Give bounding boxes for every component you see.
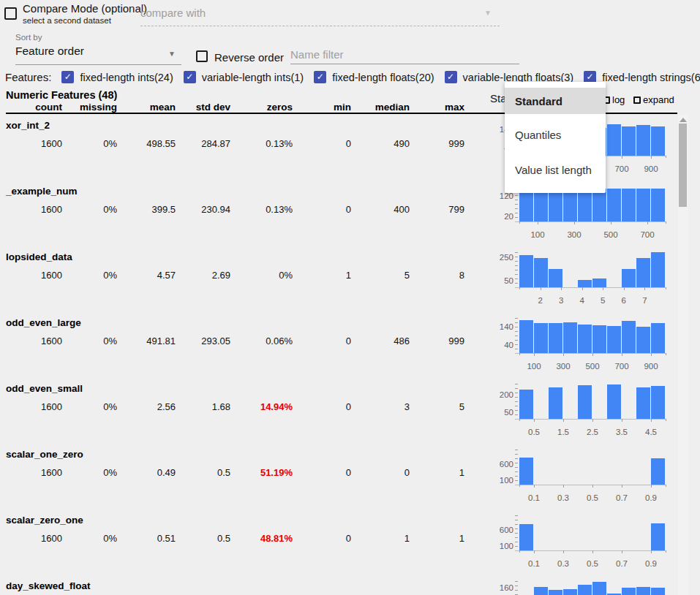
name-filter-input[interactable] [290,47,519,64]
y-axis-label: 200 [483,390,513,399]
x-axis-tick [538,221,538,224]
histogram-bar [651,458,665,485]
histogram-bar [578,189,592,221]
x-axis-edge-tick [666,287,666,289]
histogram-bar [622,321,636,353]
histogram-bar [519,189,533,221]
x-axis-tick [622,550,622,553]
menu-item-quantiles[interactable]: Quantiles [505,117,606,152]
x-axis-tick [592,353,593,356]
histogram-bar [519,390,533,419]
x-axis-label: 1.5 [549,428,578,436]
x-axis-tick [534,485,535,488]
histogram-bar [519,524,533,550]
feature-stats: 16000%498.55284.870.13%0490999 [0,138,464,149]
stat-mean: 2.56 [117,401,176,412]
x-axis-label: 0.1 [519,493,549,502]
x-axis-tick [651,485,652,488]
vertical-scrollbar[interactable] [678,115,688,595]
feature-histogram: 14040100300500700900 [483,317,667,382]
stat-max: 5 [410,401,464,412]
y-axis-label: 50 [483,408,513,417]
x-axis-label: 100 [523,230,552,239]
histogram-bar [519,255,533,287]
histogram-bar [651,126,665,156]
x-axis-edge-tick [666,221,666,224]
x-axis-label: 7 [630,296,659,305]
log-toggle[interactable]: log [603,94,625,105]
histogram-bar [534,258,548,287]
sort-by-select[interactable]: Feature order [15,45,84,58]
x-axis-tick [582,287,583,290]
x-axis-label: 0.5 [519,428,549,436]
stat-min: 0 [293,204,351,215]
feature-stats: 16000%0.490.551.19%001 [0,467,464,478]
x-axis-label: 300 [549,362,578,371]
histogram-bar [651,189,665,221]
stat-std_dev: 1.68 [176,401,230,412]
stat-std_dev: 230.94 [176,204,230,215]
x-axis-label: 900 [636,362,666,371]
histogram-bar [607,384,621,419]
histogram-bar [651,323,665,353]
histogram-bar [519,458,533,485]
stat-median: 490 [351,138,410,149]
feature-row: odd_even_large 16000%491.81293.050.06%04… [0,317,700,382]
histogram-bar [622,189,636,221]
histogram-bar [578,325,592,353]
feature-stats: 16000%491.81293.050.06%0486999 [0,336,464,346]
histogram-bar [578,385,592,419]
stat-max: 999 [410,336,464,346]
histogram-bar [549,269,562,287]
feature-name: odd_even_small [6,383,83,394]
stat-count: 1600 [0,138,62,149]
x-axis-label: 100 [519,362,549,371]
reverse-order-checkbox[interactable] [196,50,208,62]
y-axis-label: 20 [483,212,513,221]
x-axis-tick [622,156,622,159]
x-axis-tick [592,550,593,553]
feature-name: scalar_one_zero [6,449,83,460]
feature-row: day_skewed_float 160 [0,580,700,595]
menu-item-standard[interactable]: Standard [505,88,606,114]
scrollbar-up-arrow-icon[interactable] [680,118,687,122]
y-axis-ticks [515,450,518,485]
stat-min: 0 [293,533,351,544]
x-axis-edge-tick [519,287,520,289]
feature-row: lopsided_data 16000%4.572.690%158 250502… [0,251,700,317]
x-axis-tick [622,353,622,356]
compare-mode-checkbox[interactable] [4,7,17,20]
histogram-bar [519,320,533,353]
x-axis-tick [592,419,593,422]
stat-mean: 0.51 [117,533,176,544]
feature-name: lopsided_data [6,251,72,262]
stat-missing: 0% [62,204,117,215]
scrollbar-thumb[interactable] [679,124,687,207]
feature-type-checkbox[interactable]: ✓ [314,71,326,83]
stat-median: 3 [351,401,410,412]
stat-max: 1 [410,467,464,478]
stat-count: 1600 [0,533,62,544]
expand-checkbox[interactable] [633,96,641,104]
feature-type-filter: ✓fixed-length floats(20) [314,71,434,83]
stat-median: 486 [351,336,410,346]
histogram-plot [519,317,666,353]
numeric-features-title: Numeric Features (48) [6,89,117,101]
feature-type-checkbox[interactable]: ✓ [61,71,74,83]
histogram-bar [607,326,621,353]
expand-toggle[interactable]: expand [633,94,674,105]
feature-type-checkbox[interactable]: ✓ [445,71,457,83]
y-axis-label: 120 [483,192,513,200]
feature-name: xor_int_2 [6,120,50,131]
x-axis-edge-tick [519,485,520,487]
histogram-bar [592,189,606,221]
stat-missing: 0% [62,138,117,149]
x-axis-edge-tick [666,156,666,158]
menu-item-value-list-length[interactable]: Value list length [505,152,606,187]
features-label: Features: [5,71,51,83]
compare-with-select[interactable]: compare with [140,7,206,19]
stat-zeros: 14.94% [230,401,293,412]
feature-type-checkbox[interactable]: ✓ [184,71,196,83]
stat-max: 8 [410,270,464,281]
histogram-bar [592,582,606,595]
